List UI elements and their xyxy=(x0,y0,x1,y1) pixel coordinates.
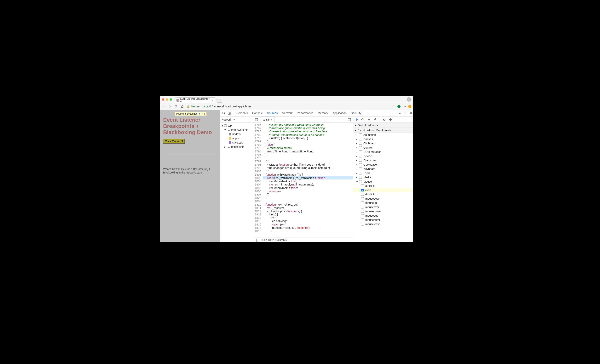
elb-category-media[interactable]: ▸Media xyxy=(353,175,413,180)
navigator-header: Network » ⋮ xyxy=(220,117,254,123)
browser-toolbar: 🔒 Secure | https://framework-blackboxing… xyxy=(160,103,413,110)
elb-event-mouseout[interactable]: mouseout xyxy=(353,213,413,218)
tree-top[interactable]: ▼top xyxy=(220,123,253,128)
tree-domain-1[interactable]: ▼☁framework-bla xyxy=(220,128,253,132)
close-devtools-icon[interactable]: ✕ xyxy=(410,111,412,115)
inspect-element-icon[interactable] xyxy=(221,111,226,116)
extensions: ••• xyxy=(397,105,411,108)
settings-icon[interactable]: ⋮ xyxy=(403,111,407,115)
elb-category-dom-mutation[interactable]: ▸DOM Mutation xyxy=(353,150,413,154)
panel-tab-console[interactable]: Console xyxy=(252,110,263,116)
close-window[interactable] xyxy=(162,98,164,101)
url-host: framework-blackboxing.glitch.me xyxy=(212,105,251,108)
elb-event-dblclick[interactable]: dblclick xyxy=(353,192,413,197)
panel-tab-performance[interactable]: Performance xyxy=(297,110,314,116)
browser-tab[interactable]: Event Listener Breakpoints + B × xyxy=(175,97,215,103)
line-gutter: 1786178717881789179017911792179317941795… xyxy=(254,123,263,237)
elb-event-click[interactable]: click xyxy=(353,188,413,192)
code-area[interactable]: 1786178717881789179017911792179317941795… xyxy=(254,123,353,237)
pane-event-listener-breakpoints[interactable]: ▾Event Listener Breakpoints xyxy=(353,128,413,133)
extension-icon-3[interactable] xyxy=(408,105,411,108)
tabstrip: Event Listener Breakpoints + B × xyxy=(175,96,221,103)
tree-file-appjs[interactable]: app.js xyxy=(220,136,253,140)
editor-tabbar: vue.js × xyxy=(254,117,353,123)
new-tab-button[interactable] xyxy=(216,99,222,103)
svg-point-11 xyxy=(375,118,375,119)
editor-tab-vuejs[interactable]: vue.js × xyxy=(261,117,275,123)
debugger-controls xyxy=(353,117,413,123)
sidebar-panes: ▸Global Listeners ▾Event Listener Breakp… xyxy=(353,123,413,242)
elb-category-mouse[interactable]: ▼−Mouse xyxy=(353,180,413,184)
elb-event-mouseup[interactable]: mouseup xyxy=(353,201,413,205)
tree-domain-2[interactable]: ▸☁unpkg.com xyxy=(220,145,253,149)
elb-category-animation[interactable]: ▸Animation xyxy=(353,133,413,137)
panel-tab-elements[interactable]: Elements xyxy=(236,110,248,116)
back-button[interactable] xyxy=(162,105,166,108)
svg-point-9 xyxy=(364,120,364,120)
close-tab-icon[interactable]: × xyxy=(212,99,214,102)
more-panels-icon[interactable]: » xyxy=(399,111,401,115)
tree-file-index[interactable]: (index) xyxy=(220,132,253,136)
elb-event-mousemove[interactable]: mousemove xyxy=(353,209,413,213)
elb-event-mouseleave[interactable]: mouseleave xyxy=(353,222,413,226)
reload-button[interactable] xyxy=(174,105,178,108)
tab-title: Event Listener Breakpoints + B xyxy=(180,98,211,103)
elb-event-mouseover[interactable]: mouseover xyxy=(353,205,413,209)
elb-category-load[interactable]: ▸Load xyxy=(353,171,413,175)
step-over-button[interactable] xyxy=(361,118,365,121)
panel-tab-network[interactable]: Network xyxy=(282,110,293,116)
step-into-button[interactable] xyxy=(367,118,371,121)
extension-icon-1[interactable] xyxy=(397,105,401,108)
elb-category-keyboard[interactable]: ▸Keyboard xyxy=(353,167,413,171)
navigator-tab[interactable]: Network xyxy=(222,118,231,121)
elb-event-auxclick[interactable]: auxclick xyxy=(353,184,413,188)
toggle-navigator-icon[interactable] xyxy=(255,118,259,121)
lock-icon: 🔒 xyxy=(187,105,190,108)
file-tree: ▼top ▼☁framework-bla (index) app.js styl… xyxy=(220,123,254,150)
elb-category-control[interactable]: ▸Control xyxy=(353,146,413,150)
toggle-debugger-icon[interactable] xyxy=(348,118,352,121)
close-file-icon[interactable]: × xyxy=(271,118,272,121)
resume-icon[interactable] xyxy=(198,112,201,115)
elb-category-clipboard[interactable]: ▸Clipboard xyxy=(353,141,413,146)
tree-file-stylecss[interactable]: style.css xyxy=(220,140,253,145)
address-bar[interactable]: 🔒 Secure | https://framework-blackboxing… xyxy=(187,105,395,108)
profile-avatar[interactable] xyxy=(407,97,411,102)
svg-rect-7 xyxy=(348,118,351,121)
extension-icon-2[interactable]: ••• xyxy=(403,105,406,108)
deactivate-breakpoints-button[interactable] xyxy=(383,118,386,121)
panel-tab-memory[interactable]: Memory xyxy=(318,110,328,116)
paused-in-debugger-overlay: Paused in debugger xyxy=(175,112,207,116)
secure-label: Secure xyxy=(191,105,199,108)
forward-button[interactable] xyxy=(168,105,172,108)
window-controls xyxy=(162,98,172,101)
pretty-print-icon[interactable]: { } xyxy=(256,238,258,242)
dimmer-overlay xyxy=(160,110,220,242)
panel-tab-application[interactable]: Application xyxy=(332,110,347,116)
panel-tab-sources[interactable]: Sources xyxy=(267,110,278,116)
elb-category-drag-drop[interactable]: ▸Drag / drop xyxy=(353,158,413,163)
maximize-window[interactable] xyxy=(170,98,172,101)
url-prefix: https:// xyxy=(203,105,211,108)
panel-tab-security[interactable]: Security xyxy=(351,110,361,116)
navigator-menu-icon[interactable]: ⋮ xyxy=(250,118,252,121)
more-tabs-icon[interactable]: » xyxy=(233,118,235,121)
favicon xyxy=(177,99,179,102)
device-toolbar-icon[interactable] xyxy=(227,111,232,116)
elb-category-geolocation[interactable]: ▸Geolocation xyxy=(353,163,413,167)
minimize-window[interactable] xyxy=(166,98,168,101)
step-out-button[interactable] xyxy=(374,118,377,121)
home-button[interactable] xyxy=(180,105,184,108)
page-content: Paused in debugger Event Listener Breakp… xyxy=(160,110,220,242)
pane-global-listeners[interactable]: ▸Global Listeners xyxy=(353,123,413,128)
step-over-icon[interactable] xyxy=(202,112,205,115)
resume-button[interactable] xyxy=(355,118,358,121)
browser-window: Event Listener Breakpoints + B × 🔒 Secur… xyxy=(160,96,413,242)
pause-on-exceptions-button[interactable] xyxy=(389,118,392,121)
elb-category-device[interactable]: ▸Device xyxy=(353,154,413,158)
elb-category-canvas[interactable]: ▸Canvas xyxy=(353,137,413,141)
elb-event-mouseenter[interactable]: mouseenter xyxy=(353,218,413,222)
cursor-position: Line 1802, Column 51 xyxy=(262,238,288,242)
elb-event-mousedown[interactable]: mousedown xyxy=(353,197,413,201)
bookmark-icon[interactable]: ☆ xyxy=(392,105,395,108)
